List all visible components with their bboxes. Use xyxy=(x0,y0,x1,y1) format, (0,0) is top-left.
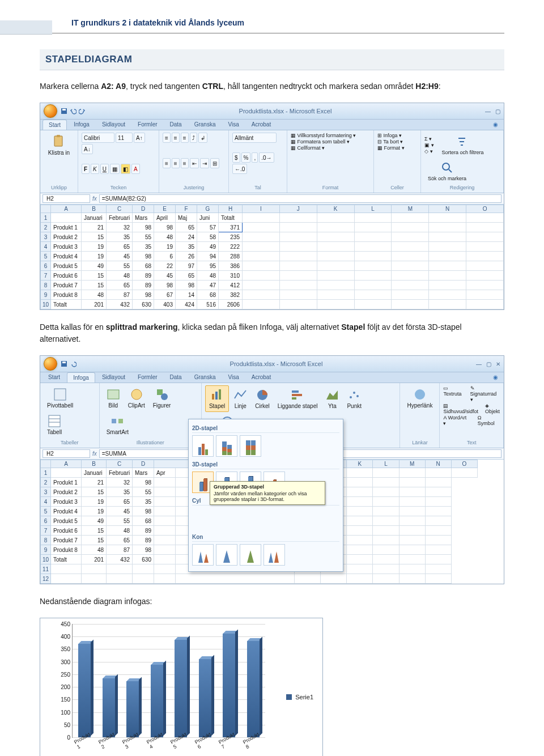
border-button[interactable]: ▦ xyxy=(110,164,120,174)
insert-cells-button[interactable]: ⊞ Infoga ▾ xyxy=(377,133,402,138)
shrink-font-button[interactable]: A↓ xyxy=(82,144,93,154)
dec-decimal-button[interactable]: ←.0 xyxy=(232,164,247,174)
tab-granska[interactable]: Granska xyxy=(189,120,222,130)
cell-styles-button[interactable]: ▦ Cellformat ▾ xyxy=(291,145,325,151)
comma-button[interactable]: , xyxy=(252,152,258,163)
column-chart-button[interactable]: Stapel xyxy=(205,385,229,412)
fill-button[interactable]: ▣ ▾ xyxy=(424,142,434,148)
tab-acrobat[interactable]: Acrobat xyxy=(246,372,277,383)
align-bot-button[interactable]: ≡ xyxy=(181,133,189,143)
orientation-button[interactable]: ⤴ xyxy=(190,133,197,143)
gallery-cone-4[interactable] xyxy=(264,544,285,566)
office-button[interactable] xyxy=(44,357,57,371)
conditional-format-button[interactable]: ▦ Villkorsstyrd formatering ▾ xyxy=(291,133,356,138)
merge-button[interactable]: ⊞ xyxy=(210,158,219,168)
smartart-button[interactable]: SmartArt xyxy=(103,412,132,438)
tab-sidlayout[interactable]: Sidlayout xyxy=(96,120,131,130)
gallery-2d-clustered[interactable] xyxy=(192,435,214,457)
grow-font-button[interactable]: A↑ xyxy=(134,133,145,143)
tab-sidlayout[interactable]: Sidlayout xyxy=(96,372,131,383)
align-mid-button[interactable]: ≡ xyxy=(172,133,180,143)
undo-icon[interactable] xyxy=(70,108,76,114)
tab-data[interactable]: Data xyxy=(164,120,188,130)
percent-button[interactable]: % xyxy=(241,152,251,163)
minimize-icon[interactable]: — xyxy=(485,108,491,114)
quick-access-toolbar[interactable] xyxy=(61,360,76,367)
maximize-icon[interactable]: ▢ xyxy=(495,108,500,114)
name-box[interactable]: H2 xyxy=(42,194,90,203)
bold-button[interactable]: F xyxy=(82,164,90,174)
tab-visa[interactable]: Visa xyxy=(222,120,244,130)
office-button[interactable] xyxy=(44,104,57,118)
signature-button[interactable]: ✎ Signaturrad ▾ xyxy=(470,385,500,402)
redo-icon[interactable] xyxy=(79,108,86,114)
object-button[interactable]: ◈ Objekt xyxy=(485,403,500,414)
font-select[interactable]: Calibri xyxy=(82,133,114,143)
worksheet-grid-1[interactable]: ABCDEFGHIJKLMNO 1JanuariFebruariMarsApri… xyxy=(40,205,504,309)
fill-color-button[interactable]: ◧ xyxy=(121,164,130,174)
help-icon[interactable]: ◉ xyxy=(490,372,502,383)
undo-icon[interactable] xyxy=(70,360,76,367)
paste-button[interactable]: Klistra in xyxy=(44,133,74,158)
inc-decimal-button[interactable]: .0→ xyxy=(259,152,274,163)
tab-start[interactable]: Start xyxy=(42,372,66,383)
quick-access-toolbar[interactable] xyxy=(61,108,86,114)
format-cells-button[interactable]: ▦ Format ▾ xyxy=(377,145,405,151)
tab-infoga[interactable]: Infoga xyxy=(68,120,95,130)
formula-input[interactable]: =SUMMA(B2:G2) xyxy=(99,194,502,203)
font-size[interactable]: 11 xyxy=(116,133,133,143)
format-as-table-button[interactable]: ▦ Formatera som tabell ▾ xyxy=(291,139,350,145)
pivot-button[interactable]: Pivottabell xyxy=(44,385,76,411)
tab-start[interactable]: Start xyxy=(42,120,67,130)
bar-chart-button[interactable]: Liggande stapel xyxy=(274,386,321,411)
hyperlink-button[interactable]: Hyperlänk xyxy=(403,385,436,411)
clipart-button[interactable]: ClipArt xyxy=(125,385,148,411)
find-select-button[interactable]: Sök och markera xyxy=(424,159,470,184)
save-icon[interactable] xyxy=(61,108,67,114)
fx-icon[interactable]: fx xyxy=(92,196,97,202)
gallery-2d-stacked[interactable] xyxy=(216,435,237,457)
tab-formler[interactable]: Formler xyxy=(132,120,163,130)
align-top-button[interactable]: ≡ xyxy=(163,133,171,143)
wordart-button[interactable]: A WordArt ▾ xyxy=(443,415,470,426)
minimize-icon[interactable]: — xyxy=(476,361,482,367)
close-icon[interactable]: ✕ xyxy=(496,361,500,367)
symbol-button[interactable]: Ω Symbol xyxy=(478,415,500,426)
save-icon[interactable] xyxy=(61,360,67,367)
help-icon[interactable]: ◉ xyxy=(490,120,502,130)
tab-formler[interactable]: Formler xyxy=(132,372,163,383)
indent-dec-button[interactable]: ⇤ xyxy=(190,158,199,168)
tab-acrobat[interactable]: Acrobat xyxy=(246,120,277,130)
indent-inc-button[interactable]: ⇥ xyxy=(200,158,209,168)
gallery-cone-3[interactable] xyxy=(240,544,261,566)
tab-granska[interactable]: Granska xyxy=(189,372,222,383)
align-center-button[interactable]: ≡ xyxy=(172,158,180,168)
maximize-icon[interactable]: ▢ xyxy=(486,361,491,367)
currency-button[interactable]: $ xyxy=(232,152,240,163)
tab-visa[interactable]: Visa xyxy=(222,372,244,383)
name-box[interactable]: H2 xyxy=(42,449,90,458)
gallery-cone-1[interactable] xyxy=(192,544,214,566)
header-footer-button[interactable]: ▤ Sidhuvud/sidfot xyxy=(443,403,478,414)
autosum-button[interactable]: Σ ▾ xyxy=(424,136,434,142)
underline-button[interactable]: U xyxy=(100,164,109,174)
align-left-button[interactable]: ≡ xyxy=(163,158,171,168)
wrap-button[interactable]: ↲ xyxy=(198,133,207,143)
tab-data[interactable]: Data xyxy=(164,372,188,383)
number-format-select[interactable]: Allmänt xyxy=(232,133,277,143)
table-button[interactable]: Tabell xyxy=(44,412,65,438)
gallery-2d-100stacked[interactable] xyxy=(240,435,261,457)
gallery-cone-2[interactable] xyxy=(216,544,237,566)
line-chart-button[interactable]: Linje xyxy=(230,386,250,411)
align-right-button[interactable]: ≡ xyxy=(181,158,189,168)
inserted-chart[interactable]: 050100150200250300350400450 Produkt 1Pro… xyxy=(40,618,323,756)
italic-button[interactable]: K xyxy=(91,164,99,174)
shapes-button[interactable]: Figurer xyxy=(150,385,175,411)
picture-button[interactable]: Bild xyxy=(103,385,124,411)
sort-filter-button[interactable]: Sortera och filtrera xyxy=(439,133,487,158)
font-color-button[interactable]: A xyxy=(131,164,140,174)
pie-chart-button[interactable]: Cirkel xyxy=(252,386,273,411)
scatter-chart-button[interactable]: Punkt xyxy=(343,386,365,411)
clear-button[interactable]: ◇ ▾ xyxy=(424,148,434,154)
area-chart-button[interactable]: Yta xyxy=(322,386,342,411)
